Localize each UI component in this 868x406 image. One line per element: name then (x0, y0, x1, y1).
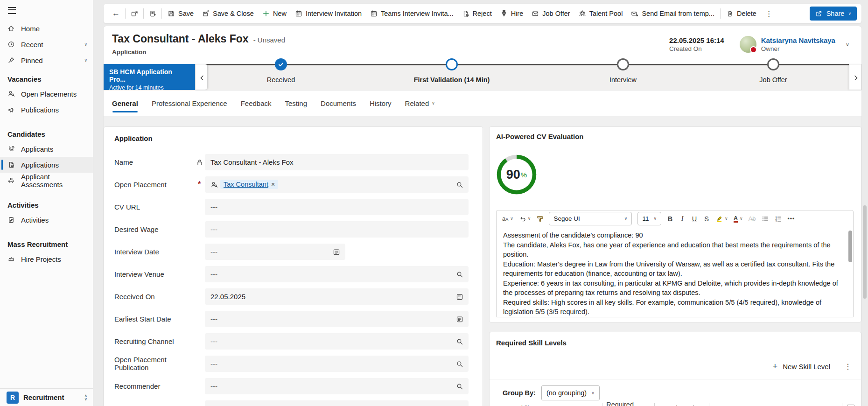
tab-documents[interactable]: Documents (321, 91, 356, 116)
stage-first-validation-dot[interactable] (446, 58, 458, 70)
stage-job-offer-label[interactable]: Job Offer (759, 76, 787, 84)
stage-received-dot[interactable] (275, 58, 287, 70)
sidebar-item-label: Activities (21, 216, 49, 224)
sidebar-item-activities[interactable]: Activities (0, 212, 93, 228)
new-skill-level-button[interactable]: + New Skill Level (772, 361, 830, 371)
required-skill-levels-card: Required Skill Levels + New Skill Level … (489, 332, 861, 406)
tab-professional-experience[interactable]: Professional Experience (152, 91, 227, 116)
stage-interview-dot[interactable] (617, 58, 629, 70)
hire-button[interactable]: Hire (496, 6, 528, 21)
save-and-close-button[interactable]: Save & Close (198, 6, 258, 21)
editor-scrollbar-thumb[interactable] (848, 231, 852, 262)
field-label: Interview Venue (110, 270, 194, 278)
tab-general[interactable]: General (112, 91, 138, 116)
calendar-icon[interactable] (456, 293, 463, 300)
cv-url-field[interactable]: --- (205, 199, 469, 215)
overflow-menu-button[interactable]: ⋮ (761, 9, 777, 18)
stage-job-offer-dot[interactable] (767, 58, 779, 70)
back-button[interactable]: ← (108, 6, 124, 21)
interview-date-field[interactable]: --- (205, 244, 345, 260)
form-selector-button[interactable] (145, 6, 160, 21)
tab-testing[interactable]: Testing (285, 91, 308, 116)
tab-related[interactable]: Related∨ (405, 91, 435, 116)
send-email-button[interactable]: Send Email from temp... (627, 6, 719, 21)
interview-invitation-button[interactable]: Interview Invitation (291, 6, 366, 21)
sidebar-item-publications[interactable]: Publications (0, 102, 93, 118)
column-required-grade[interactable]: Required G...∨ (602, 401, 654, 406)
chevron-down-icon[interactable]: ∨ (84, 58, 87, 63)
chevron-down-icon[interactable]: ∨ (84, 42, 87, 47)
new-button[interactable]: New (258, 6, 291, 21)
job-offer-button[interactable]: Job Offer (527, 6, 574, 21)
font-family-dropdown[interactable]: Segoe UI∨ (549, 212, 632, 225)
open-placement-field[interactable]: Tax Consultant × (205, 176, 469, 193)
owner-avatar[interactable] (740, 36, 756, 53)
font-options-button[interactable]: aA∨ (502, 215, 513, 222)
font-color-button[interactable]: A ∨ (734, 215, 743, 223)
clipped-field[interactable] (205, 400, 469, 406)
search-icon[interactable] (456, 383, 463, 390)
sidebar-item-home[interactable]: Home (0, 21, 93, 36)
group-by-dropdown[interactable]: (no grouping) ∨ (541, 385, 600, 400)
evaluation-paragraph: Critical discrepancies: A problem with e… (503, 317, 845, 318)
recommender-field[interactable]: --- (205, 378, 469, 394)
skills-overflow-menu-button[interactable]: ⋮ (842, 362, 854, 371)
more-formatting-button[interactable]: ••• (788, 216, 795, 222)
talent-pool-button[interactable]: Talent Pool (574, 6, 627, 21)
format-painter-button[interactable] (536, 215, 543, 222)
tab-history[interactable]: History (370, 91, 392, 116)
numbered-list-icon[interactable]: 123 (775, 215, 782, 223)
open-placement-publication-field[interactable]: --- (205, 356, 469, 372)
hamburger-menu-button[interactable] (0, 0, 93, 21)
cv-evaluation-text[interactable]: Assessment of the candidate's compliance… (496, 227, 854, 317)
page-scrollbar-thumb[interactable] (863, 205, 867, 299)
header-expand-chevron[interactable]: ∨ (843, 42, 852, 47)
bold-button[interactable]: B (667, 215, 673, 223)
underline-button[interactable]: U (691, 215, 698, 223)
highlight-button[interactable]: ∨ (715, 215, 728, 223)
stage-received-label[interactable]: Received (267, 76, 295, 84)
search-icon[interactable] (456, 271, 463, 278)
process-name-box[interactable]: SB HCM Application Pro... Active for 14 … (104, 64, 195, 90)
app-switcher-icon[interactable]: ∧∨ (84, 394, 87, 401)
app-switcher-bar[interactable]: R Recruitment ∧∨ (0, 388, 93, 406)
process-scroll-right-button[interactable] (849, 64, 861, 90)
received-on-field[interactable]: 22.05.2025 (205, 288, 469, 305)
sidebar-item-open-placements[interactable]: Open Placements (0, 86, 93, 102)
save-button[interactable]: Save (163, 6, 198, 21)
calendar-icon[interactable] (456, 315, 463, 322)
teams-interview-button[interactable]: Teams Interview Invita... (366, 6, 458, 21)
reject-button[interactable]: Reject (458, 6, 496, 21)
search-icon[interactable] (456, 338, 463, 345)
desired-wage-field[interactable]: --- (205, 221, 469, 238)
stage-first-validation-label[interactable]: First Validation (14 Min) (414, 76, 490, 84)
owner-name-link[interactable]: Katsiaryna Navitskaya (761, 36, 835, 44)
sidebar-item-applicants[interactable]: Applicants (0, 141, 93, 157)
earliest-start-date-field[interactable]: --- (205, 311, 469, 327)
delete-button[interactable]: Delete (722, 6, 761, 21)
strikethrough-button[interactable]: S (703, 215, 710, 223)
sidebar-item-pinned[interactable]: Pinned ∨ (0, 52, 93, 68)
font-size-dropdown[interactable]: 11∨ (637, 212, 661, 225)
sidebar-item-recent[interactable]: Recent ∨ (0, 36, 93, 52)
tax-consultant-link[interactable]: Tax Consultant (224, 181, 268, 188)
tab-feedback[interactable]: Feedback (241, 91, 272, 116)
italic-button[interactable]: I (679, 215, 686, 223)
undo-button[interactable]: ∨ (519, 215, 531, 222)
sidebar-item-applications[interactable]: Applications (0, 157, 93, 173)
search-icon[interactable] (456, 181, 463, 188)
bullet-list-icon[interactable] (762, 215, 769, 223)
stage-interview-label[interactable]: Interview (609, 76, 637, 84)
name-field[interactable]: Tax Consultant - Aleks Fox (205, 154, 469, 170)
chip-remove-icon[interactable]: × (271, 181, 275, 188)
divider (161, 8, 162, 19)
sidebar-item-hire-projects[interactable]: Hire Projects (0, 251, 93, 267)
interview-venue-field[interactable]: --- (205, 266, 469, 282)
process-scroll-left-button[interactable] (195, 64, 208, 90)
popout-button[interactable] (127, 6, 142, 21)
sidebar-item-applicant-assessments[interactable]: Applicant Assessments (0, 173, 93, 189)
search-icon[interactable] (456, 360, 463, 367)
calendar-icon[interactable] (333, 248, 340, 255)
recruiting-channel-field[interactable]: --- (205, 333, 469, 350)
share-button[interactable]: Share ∨ (810, 7, 857, 21)
